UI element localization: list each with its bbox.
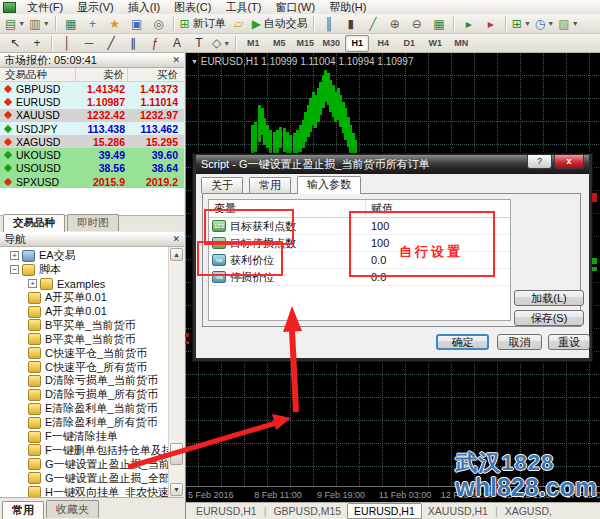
tree-item-2[interactable]: +Examples bbox=[0, 277, 168, 291]
market-watch-row-xauusd[interactable]: XAUUSD1232.421232.97 bbox=[0, 109, 184, 122]
navigator-icon[interactable]: ★ bbox=[105, 14, 125, 33]
ok-button[interactable]: 确定 bbox=[436, 334, 489, 350]
candle-chart-icon[interactable]: ▮ bbox=[341, 14, 361, 33]
dropdown-arrow-icon[interactable]: ▼ bbox=[223, 40, 230, 47]
close-icon[interactable]: ✕ bbox=[172, 235, 180, 244]
dropdown-arrow-icon[interactable]: ▼ bbox=[547, 20, 554, 27]
menu-item-4[interactable]: 工具(T) bbox=[218, 1, 268, 13]
tree-item-16[interactable]: G一键设置止盈止损_全部货币所有 bbox=[0, 471, 168, 485]
auto-trading-button[interactable]: ▶自动交易 bbox=[251, 14, 309, 33]
channel-icon[interactable]: ∥ bbox=[123, 34, 143, 53]
timeframe-h4[interactable]: H4 bbox=[371, 35, 395, 52]
navigator-scrollbar[interactable]: ▲ ▼ bbox=[168, 247, 184, 497]
tree-item-7[interactable]: C快速平仓_当前货币 bbox=[0, 346, 168, 360]
market-watch-tab-1[interactable]: 即时图 bbox=[67, 214, 119, 231]
chart-shift-icon[interactable]: ▸ bbox=[481, 14, 501, 33]
tree-item-6[interactable]: B平卖单_当前货币 bbox=[0, 332, 168, 346]
tree-item-8[interactable]: C快速平仓_所有货币 bbox=[0, 360, 168, 374]
vertical-line-icon[interactable]: │ bbox=[57, 34, 77, 53]
indicators-icon[interactable]: ⊞▼ bbox=[511, 14, 532, 33]
reset-button[interactable]: 重设 bbox=[548, 334, 590, 350]
chart-tab-2[interactable]: EURUSD,H1 bbox=[347, 503, 422, 519]
cancel-button[interactable]: 取消 bbox=[497, 334, 542, 350]
templates-icon[interactable]: ▧▼ bbox=[557, 14, 579, 33]
market-watch-row-ukousd[interactable]: UKOUSD39.4939.60 bbox=[0, 148, 184, 161]
line-chart-icon[interactable]: ╱ bbox=[363, 14, 383, 33]
timeframe-w1[interactable]: W1 bbox=[423, 35, 447, 52]
market-watch-icon[interactable]: ▦ bbox=[61, 14, 81, 33]
profiles-icon[interactable]: ▥▼ bbox=[28, 14, 50, 33]
fibonacci-icon[interactable]: ƒ bbox=[145, 34, 165, 53]
tab-inputs[interactable]: 输入参数 bbox=[297, 176, 361, 194]
zoom-out-icon[interactable]: ⊖ bbox=[407, 14, 427, 33]
menu-item-6[interactable]: 帮助(H) bbox=[322, 1, 373, 13]
timeframe-m5[interactable]: M5 bbox=[267, 35, 291, 52]
menu-item-2[interactable]: 插入(I) bbox=[121, 1, 167, 13]
tree-item-10[interactable]: D清除亏损单_所有货币 bbox=[0, 388, 168, 402]
chart-tab-1[interactable]: GBPUSD,M15 bbox=[267, 504, 347, 518]
cursor-icon[interactable]: ↖ bbox=[5, 34, 25, 53]
tree-item-11[interactable]: E清除盈利单_当前货币 bbox=[0, 402, 168, 416]
tree-item-4[interactable]: A开卖单0.01 bbox=[0, 305, 168, 319]
market-watch-row-usdjpy[interactable]: USDJPY113.438113.462 bbox=[0, 122, 184, 135]
dropdown-arrow-icon[interactable]: ▼ bbox=[572, 20, 579, 27]
new-chart-icon[interactable]: ▤▼ bbox=[4, 14, 26, 33]
market-watch-row-xagusd[interactable]: XAGUSD15.28615.295 bbox=[0, 135, 184, 148]
bar-chart-icon[interactable]: ║ bbox=[319, 14, 339, 33]
scroll-down-icon[interactable]: ▼ bbox=[170, 483, 183, 496]
chart-tab-3[interactable]: XAUUSD,H1 bbox=[422, 504, 494, 518]
periods-icon[interactable]: ◷▼ bbox=[534, 14, 555, 33]
auto-scroll-icon[interactable]: ▸ bbox=[459, 14, 479, 33]
terminal-icon[interactable]: ▣ bbox=[127, 14, 147, 33]
new-order-button[interactable]: ⊞新订单 bbox=[179, 14, 227, 33]
strategy-tester-icon[interactable]: ◎ bbox=[149, 14, 169, 33]
navigator-tab-1[interactable]: 收藏夹 bbox=[46, 500, 99, 518]
market-watch-row-spxusd[interactable]: SPXUSD2015.92019.2 bbox=[0, 175, 184, 188]
timeframe-m30[interactable]: M30 bbox=[319, 35, 343, 52]
market-watch-tab-0[interactable]: 交易品种 bbox=[3, 214, 65, 232]
expand-icon[interactable]: + bbox=[28, 279, 37, 288]
navigator-tab-0[interactable]: 常用 bbox=[2, 501, 44, 519]
scripts-icon[interactable]: ▱ bbox=[229, 14, 249, 33]
tree-item-14[interactable]: F一键删单包括持仓单及挂单 bbox=[0, 443, 168, 457]
menu-item-0[interactable]: 文件(F) bbox=[20, 1, 70, 13]
help-button[interactable]: ? bbox=[527, 155, 552, 169]
expand-icon[interactable]: + bbox=[10, 251, 19, 260]
market-watch-row-gbpusd[interactable]: GBPUSD1.413421.41373 bbox=[0, 82, 184, 95]
chevron-down-icon[interactable]: ▼ bbox=[191, 58, 198, 65]
crosshair-icon[interactable]: + bbox=[27, 34, 47, 53]
dropdown-arrow-icon[interactable]: ▼ bbox=[18, 20, 25, 27]
dropdown-arrow-icon[interactable]: ▼ bbox=[524, 20, 531, 27]
tree-item-12[interactable]: E清除盈利单_所有货币 bbox=[0, 416, 168, 430]
data-window-icon[interactable]: + bbox=[83, 14, 103, 33]
chart-tab-0[interactable]: EURUSD,H1 bbox=[190, 504, 263, 518]
dialog-title-bar[interactable]: Script - G一键设置止盈止损_当前货币所有订单 ? x bbox=[196, 155, 589, 174]
menu-item-5[interactable]: 窗口(W) bbox=[268, 1, 322, 13]
text-icon[interactable]: A bbox=[167, 34, 187, 53]
tree-item-15[interactable]: G一键设置止盈止损_当前货币所有 bbox=[0, 457, 168, 471]
dropdown-arrow-icon[interactable]: ▼ bbox=[43, 20, 50, 27]
tree-item-1[interactable]: −脚本 bbox=[0, 263, 168, 277]
tree-item-0[interactable]: +EA交易 bbox=[0, 249, 168, 263]
trendline-icon[interactable]: ╱ bbox=[101, 34, 121, 53]
horizontal-line-icon[interactable]: ─ bbox=[79, 34, 99, 53]
tile-windows-icon[interactable]: ▦ bbox=[429, 14, 449, 33]
menu-item-3[interactable]: 图表(C) bbox=[167, 1, 218, 13]
timeframe-m1[interactable]: M1 bbox=[241, 35, 265, 52]
timeframe-h1[interactable]: H1 bbox=[345, 35, 369, 52]
scroll-up-icon[interactable]: ▲ bbox=[170, 248, 183, 261]
tree-item-5[interactable]: B平买单_当前货币 bbox=[0, 318, 168, 332]
load-button[interactable]: 加载(L) bbox=[514, 290, 584, 306]
close-button[interactable]: x bbox=[554, 155, 584, 169]
timeframe-m15[interactable]: M15 bbox=[293, 35, 317, 52]
tree-item-13[interactable]: F一键清除挂单 bbox=[0, 430, 168, 444]
tab-about[interactable]: 关于 bbox=[201, 177, 243, 193]
market-watch-row-usousd[interactable]: USOUSD38.5638.64 bbox=[0, 162, 184, 175]
menu-item-1[interactable]: 显示(V) bbox=[70, 1, 121, 13]
save-button[interactable]: 保存(S) bbox=[514, 310, 584, 326]
zoom-in-icon[interactable]: ⊕ bbox=[385, 14, 405, 33]
expand-icon[interactable]: − bbox=[10, 265, 19, 274]
timeframe-d1[interactable]: D1 bbox=[397, 35, 421, 52]
shapes-icon[interactable]: ◇▼ bbox=[211, 34, 231, 53]
scroll-thumb[interactable] bbox=[170, 443, 183, 465]
